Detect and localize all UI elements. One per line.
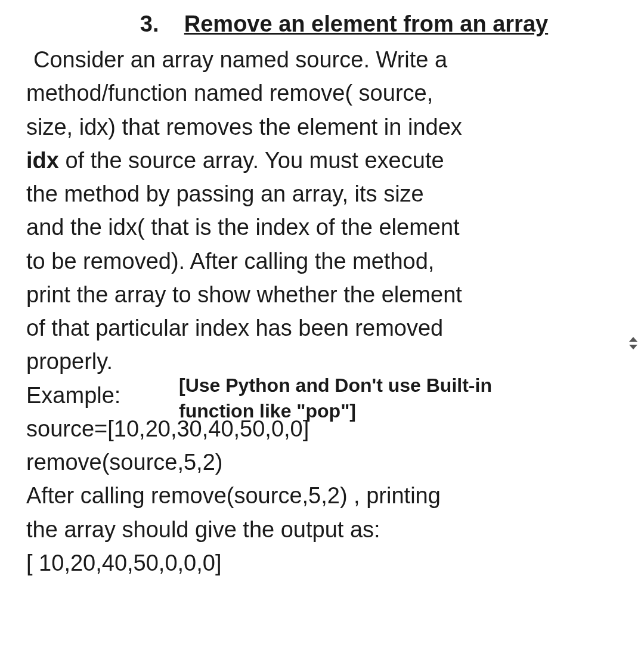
body-line: to be removed). After calling the method…	[26, 245, 626, 278]
body-line: size, idx) that removes the element in i…	[26, 110, 626, 144]
body-line: After calling remove(source,5,2) , print…	[26, 479, 626, 512]
body-line: Consider an array named source. Write a	[26, 43, 626, 76]
body-line: method/function named remove( source,	[26, 76, 626, 110]
problem-body: Consider an array named source. Write a …	[26, 43, 626, 580]
heading-number: 3.	[140, 11, 159, 36]
annotation-note: [Use Python and Don't use Built-in funct…	[179, 373, 566, 424]
heading-title: Remove an element from an array	[184, 11, 548, 36]
body-line: [ 10,20,40,50,0,0,0]	[26, 546, 626, 580]
body-line: print the array to show whether the elem…	[26, 278, 626, 311]
stepper-control[interactable]	[626, 331, 640, 355]
body-line: and the idx( that is the index of the el…	[26, 211, 626, 244]
chevron-down-icon[interactable]	[629, 345, 637, 349]
problem-heading: 3. Remove an element from an array	[62, 7, 626, 41]
emphasis-idx: idx	[26, 148, 59, 173]
chevron-up-icon[interactable]	[629, 337, 637, 342]
body-line: of that particular index has been remove…	[26, 311, 626, 345]
body-line: the array should give the output as:	[26, 513, 626, 546]
note-line: [Use Python and Don't use Built-in	[179, 373, 566, 398]
body-line: idx of the source array. You must execut…	[26, 144, 626, 177]
body-line: the method by passing an array, its size	[26, 177, 626, 211]
body-line-rest: of the source array. You must execute	[59, 148, 444, 173]
body-line: remove(source,5,2)	[26, 445, 626, 479]
note-line: function like "pop"]	[179, 398, 566, 424]
